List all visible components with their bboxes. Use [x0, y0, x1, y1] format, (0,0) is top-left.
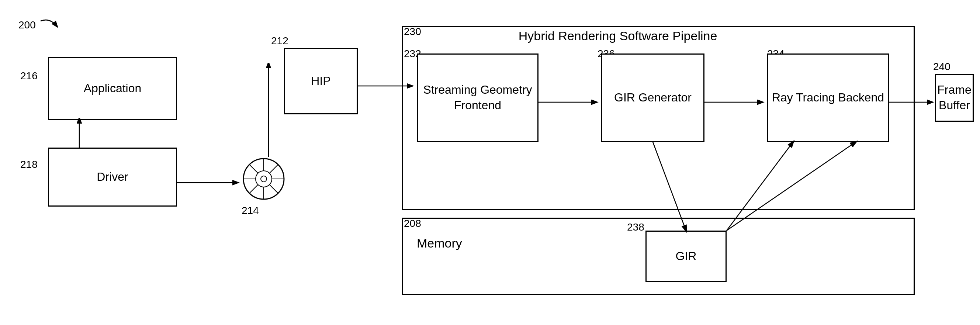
ref-200: 200: [18, 19, 36, 31]
gir-box: GIR: [646, 231, 727, 282]
ref-208: 208: [404, 218, 421, 229]
gir-generator-label: GIR Generator: [614, 90, 692, 105]
frame-buffer-box: Frame Buffer: [935, 74, 974, 122]
cpu-circle-icon: [240, 155, 288, 203]
ref-214: 214: [242, 205, 259, 217]
svg-point-8: [261, 176, 267, 182]
driver-label: Driver: [97, 169, 128, 185]
gir-generator-box: GIR Generator: [601, 54, 705, 142]
hip-label: HIP: [311, 73, 331, 89]
ref-212: 212: [271, 35, 288, 47]
ref-218: 218: [20, 159, 38, 170]
rtb-to-fb-arrow: [889, 97, 937, 108]
ref-238: 238: [627, 221, 644, 233]
frame-buffer-label: Frame Buffer: [936, 82, 973, 113]
application-label: Application: [84, 81, 142, 96]
application-box: Application: [48, 57, 177, 120]
diagram: 200 216 Application 218 Driver: [0, 0, 980, 325]
gir-gen-to-rtb-arrow: [705, 97, 767, 108]
streaming-geo-label: Streaming Geometry Frontend: [418, 82, 538, 113]
ray-tracing-box: Ray Tracing Backend: [767, 54, 889, 142]
memory-label: Memory: [417, 236, 462, 250]
cpu-to-hip-arrow: [263, 63, 274, 159]
hip-box: HIP: [284, 48, 358, 114]
ref-240: 240: [933, 61, 950, 73]
gir-label: GIR: [676, 249, 697, 264]
ref-216: 216: [20, 70, 38, 82]
driver-box: Driver: [48, 148, 177, 207]
ref-230: 230: [404, 26, 421, 38]
ray-tracing-label: Ray Tracing Backend: [772, 90, 884, 105]
streaming-geo-box: Streaming Geometry Frontend: [417, 54, 538, 142]
hybrid-pipeline-title: Hybrid Rendering Software Pipeline: [479, 29, 756, 43]
arrow-200: [39, 19, 61, 34]
sgf-to-gir-gen-arrow: [538, 97, 601, 108]
driver-to-cpu-arrow: [177, 177, 243, 188]
